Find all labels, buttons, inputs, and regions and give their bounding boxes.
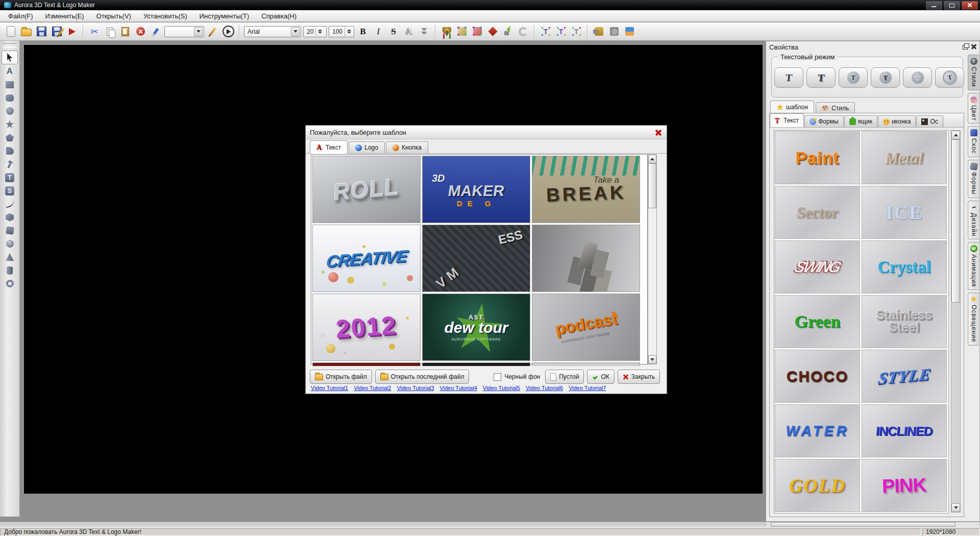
torus-tool[interactable] [2, 277, 17, 290]
shield-tool[interactable] [2, 144, 17, 157]
dialog-tab-2[interactable]: Logo [349, 141, 385, 153]
text-mode-button-1[interactable]: T [774, 67, 803, 88]
panel-hscrollbar[interactable] [767, 522, 979, 527]
open-recent-button[interactable]: Открыть последний файл [375, 370, 470, 384]
text-mode-button-5[interactable]: T [903, 67, 932, 88]
text-handles3-button[interactable]: T [570, 25, 583, 38]
style-thumb-6[interactable]: Crystal [862, 240, 947, 294]
format-brush-button[interactable] [149, 25, 162, 38]
text-mode-button-6[interactable]: T [935, 67, 964, 88]
float-panel-icon[interactable] [962, 43, 969, 50]
select-tool[interactable] [2, 51, 18, 64]
video-tutorial-link-2[interactable]: Video Tutorial2 [354, 385, 391, 391]
template-thumb-1[interactable]: ROLL [312, 156, 421, 223]
video-tutorial-link-3[interactable]: Video Tutorial3 [397, 385, 434, 391]
edit-button[interactable] [206, 25, 219, 38]
side-tab-цвет[interactable]: Цвет [968, 93, 979, 124]
side-tab-скос[interactable]: Скос [968, 126, 979, 157]
paste-button[interactable] [118, 25, 132, 38]
minimize-button[interactable] [926, 1, 942, 10]
text-mode-button-3[interactable]: T [839, 67, 868, 88]
style-thumb-13[interactable]: GOLD [775, 459, 860, 512]
arrow-tool[interactable] [2, 158, 17, 170]
style-thumb-1[interactable]: Paint [775, 131, 860, 184]
style-thumb-3[interactable]: Sector [775, 186, 860, 239]
cone-tool[interactable] [2, 251, 17, 263]
text-handles-button[interactable]: T [539, 25, 552, 38]
scroll-thumb[interactable] [648, 163, 656, 208]
ellipse-tool[interactable] [2, 105, 17, 117]
bend-button[interactable] [517, 25, 530, 38]
symbol-tool[interactable]: S [2, 184, 17, 197]
menu-item-2[interactable]: Изменить(E) [39, 11, 90, 21]
black-background-checkbox[interactable] [494, 373, 501, 381]
tab-template[interactable]: шаблон [770, 101, 814, 113]
deform-button[interactable] [455, 25, 469, 38]
side-tab-стили[interactable]: TСтили [968, 55, 979, 90]
cylinder-tool[interactable] [2, 264, 17, 277]
style-thumb-14[interactable]: PINK [862, 459, 947, 512]
group-button[interactable] [607, 25, 621, 38]
play-button[interactable] [222, 25, 235, 38]
side-tab-освещение[interactable]: ☀Освещение [968, 293, 979, 346]
star-tool[interactable] [2, 118, 17, 131]
open-button[interactable] [19, 25, 33, 38]
dialog-tab-1[interactable]: AТекст [310, 140, 348, 154]
category-tab-1[interactable]: TТекст [770, 113, 804, 127]
close-dialog-button[interactable]: Закрыть [618, 370, 660, 384]
close-button[interactable] [962, 1, 978, 10]
more-fonts-button[interactable] [418, 25, 431, 38]
menu-item-5[interactable]: Инструменты(T) [193, 11, 255, 21]
open-file-button[interactable]: Открыть файл [310, 370, 372, 384]
style-thumb-12[interactable]: INCLINED [862, 404, 947, 457]
category-tab-3[interactable]: ящик [844, 115, 877, 127]
deform2-button[interactable] [471, 25, 484, 38]
background-button[interactable] [623, 25, 636, 38]
delete-button[interactable] [134, 25, 147, 38]
template-thumb-partial-1[interactable] [312, 362, 421, 366]
template-thumb-2[interactable]: 3DMAKERDE G [422, 156, 530, 223]
curve-tool[interactable] [2, 198, 17, 210]
font-size-spinner[interactable]: 20 [303, 26, 327, 37]
side-tab-дизайн[interactable]: ~Дизайн [968, 201, 979, 239]
copy-button[interactable] [103, 25, 116, 38]
cut-button[interactable]: ✂ [88, 25, 101, 38]
selection-combo[interactable] [164, 26, 204, 37]
font-family-combo[interactable]: Arial [244, 26, 301, 37]
text-frame-tool[interactable]: T [2, 171, 17, 184]
style-thumb-9[interactable]: CHOCO [775, 350, 860, 403]
style-thumb-7[interactable]: Green [775, 295, 860, 348]
category-tab-4[interactable]: иконка [878, 115, 916, 127]
pivot-button[interactable] [440, 25, 453, 38]
text-mode-button-2[interactable]: T [806, 67, 836, 88]
scroll-up-button[interactable] [951, 131, 960, 139]
template-thumb-5[interactable]: ESSVM [422, 225, 530, 292]
menu-item-6[interactable]: Справка(H) [255, 11, 303, 21]
save-button[interactable] [35, 25, 48, 38]
italic-button[interactable]: I [372, 25, 385, 38]
scroll-track[interactable] [951, 303, 960, 503]
template-thumb-3[interactable]: Take aBREAK [532, 156, 640, 223]
video-tutorial-link-4[interactable]: Video Tutorial4 [440, 385, 477, 391]
template-thumb-4[interactable]: CREATIVE [312, 225, 421, 292]
video-tutorial-link-1[interactable]: Video Tutorial1 [311, 385, 348, 391]
strike-button[interactable]: S [387, 25, 400, 38]
menu-item-4[interactable]: Установить(S) [137, 11, 193, 21]
dialog-scrollbar[interactable] [648, 154, 657, 364]
new-button[interactable] [4, 25, 17, 38]
shape3d-button[interactable] [486, 25, 499, 38]
chamfer-cube-tool[interactable] [2, 224, 17, 237]
side-tab-анимация[interactable]: MАнимация [968, 242, 979, 290]
template-thumb-6[interactable] [532, 225, 640, 292]
scroll-up-button[interactable] [648, 155, 656, 163]
menu-item-1[interactable]: Файл(F) [2, 11, 39, 21]
video-tutorial-link-6[interactable]: Video Tutorial6 [526, 385, 563, 391]
extrude-button[interactable] [501, 25, 514, 38]
style-scrollbar[interactable] [951, 130, 961, 513]
style-thumb-11[interactable]: WATER [775, 404, 860, 457]
dialog-tab-3[interactable]: Кнопка [386, 141, 428, 153]
video-tutorial-link-7[interactable]: Video Tutorial7 [569, 385, 606, 391]
tab-style[interactable]: Стиль [816, 102, 855, 113]
align-button[interactable] [592, 25, 605, 38]
template-thumb-partial-3[interactable] [532, 362, 640, 366]
